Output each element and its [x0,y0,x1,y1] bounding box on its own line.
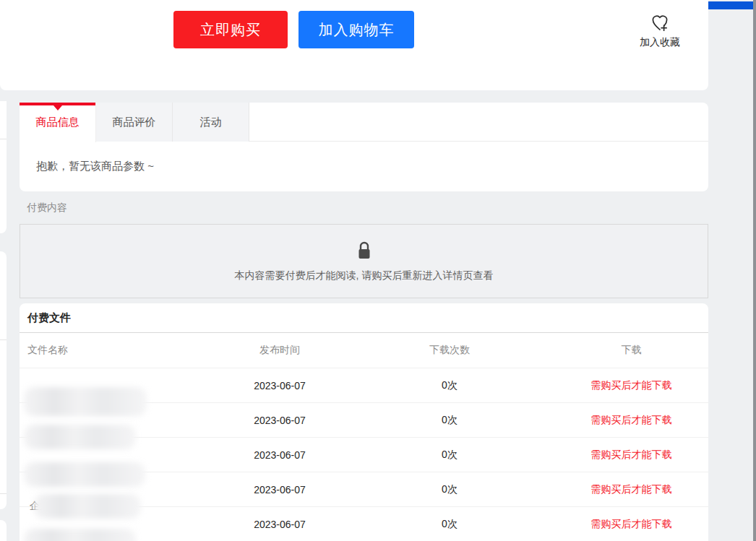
product-detail-page: 立即购买 加入购物车 加入收藏 商品信息 商品评价 活动 [0,0,756,541]
paid-files-section-title: 付费文件 [20,303,708,333]
download-locked-link[interactable]: 需购买后才能下载 [591,379,672,391]
download-count: 0次 [345,379,554,392]
publish-date: 2023-06-07 [215,449,345,461]
no-params-message: 抱歉，暂无该商品参数 ~ [20,142,708,191]
censor-blur [24,529,136,541]
window-edge-scrollbar[interactable] [753,0,756,541]
paid-files-panel: 付费文件 文件名称 发布时间 下载次数 下载 2023-06-07 0次 需购买… [20,303,708,541]
lock-icon [356,241,373,263]
publish-date: 2023-06-07 [215,415,345,426]
left-panel-fragment [0,101,7,233]
column-header-download: 下载 [554,344,708,357]
download-count: 0次 [345,518,554,531]
censor-blur [24,425,136,449]
heart-plus-icon [627,12,692,33]
download-locked-link[interactable]: 需购买后才能下载 [591,414,672,425]
purchase-action-panel: 立即购买 加入购物车 加入收藏 [0,0,708,90]
left-panel-fragment [0,520,7,541]
table-header-row: 文件名称 发布时间 下载次数 下载 [20,333,708,368]
download-locked-link[interactable]: 需购买后才能下载 [591,483,672,495]
publish-date: 2023-06-07 [215,484,345,495]
tab-row-filler [249,103,708,141]
tab-label: 商品信息 [36,116,80,129]
add-to-favorites-button[interactable]: 加入收藏 [627,12,692,49]
column-header-filename: 文件名称 [20,344,215,357]
censor-blur [24,462,145,487]
publish-date: 2023-06-07 [215,519,345,530]
product-info-panel: 商品信息 商品评价 活动 抱歉，暂无该商品参数 ~ [20,103,708,191]
locked-content-message: 本内容需要付费后才能阅读, 请购买后重新进入详情页查看 [235,269,494,282]
download-count: 0次 [345,414,554,427]
download-count: 0次 [345,449,554,462]
publish-date: 2023-06-07 [215,380,345,391]
left-panel-fragment [0,251,7,509]
column-header-download-count: 下载次数 [345,344,554,357]
download-locked-link[interactable]: 需购买后才能下载 [591,518,672,529]
favorite-label: 加入收藏 [627,36,692,49]
tab-activity[interactable]: 活动 [173,103,249,142]
detail-tabs: 商品信息 商品评价 活动 [20,103,708,142]
paid-content-section-title: 付费内容 [27,202,67,215]
column-header-publish-time: 发布时间 [215,344,345,357]
buy-now-button[interactable]: 立即购买 [173,11,288,48]
download-locked-link[interactable]: 需购买后才能下载 [591,449,672,460]
tab-label: 活动 [200,116,222,129]
table-row: 2023-06-07 0次 需购买后才能下载 [20,368,708,403]
download-count: 0次 [345,483,554,496]
tab-product-reviews[interactable]: 商品评价 [96,103,173,142]
locked-content-box: 本内容需要付费后才能阅读, 请购买后重新进入详情页查看 [20,224,708,298]
censor-blur [24,387,147,416]
tab-label: 商品评价 [113,116,156,129]
add-to-cart-button[interactable]: 加入购物车 [298,11,414,48]
tab-product-info[interactable]: 商品信息 [20,103,96,142]
censor-blur [34,494,141,519]
